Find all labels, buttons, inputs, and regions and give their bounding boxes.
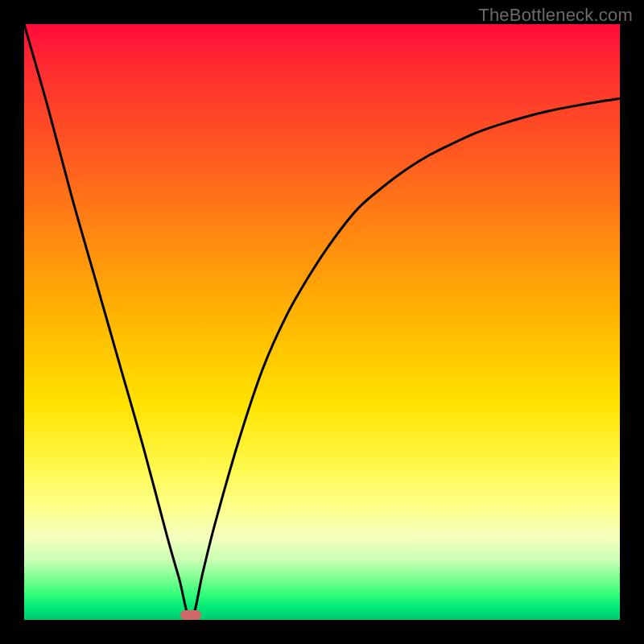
chart-plot-area xyxy=(24,24,620,620)
chart-curve-svg xyxy=(24,24,620,620)
watermark-text: TheBottleneck.com xyxy=(478,5,633,26)
chart-frame: TheBottleneck.com xyxy=(0,0,644,644)
bottleneck-curve-path xyxy=(24,24,620,620)
optimal-point-marker xyxy=(180,610,201,620)
